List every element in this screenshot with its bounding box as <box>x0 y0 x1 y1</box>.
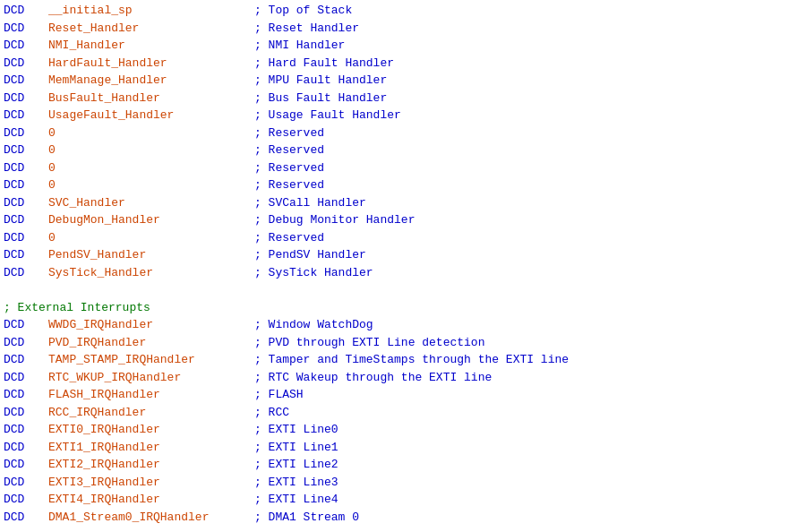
comment: ; EXTI Line1 <box>254 439 339 457</box>
instruction: DCD <box>4 72 48 90</box>
code-view: DCD__initial_sp; Top of StackDCDReset_Ha… <box>0 0 797 532</box>
instruction: DCD <box>4 37 48 55</box>
operand: PendSV_Handler <box>48 246 254 264</box>
dcd-line: DCDNMI_Handler; NMI Handler <box>0 37 797 55</box>
operand: HardFault_Handler <box>48 55 254 73</box>
instruction: DCD <box>4 509 48 527</box>
operand: 0 <box>48 229 254 247</box>
dcd-line: DCDMemManage_Handler; MPU Fault Handler <box>0 72 797 90</box>
instruction: DCD <box>4 456 48 474</box>
instruction: DCD <box>4 386 48 404</box>
dcd-line: DCDEXTI1_IRQHandler; EXTI Line1 <box>0 439 797 457</box>
dcd-line: DCDWWDG_IRQHandler; Window WatchDog <box>0 316 797 334</box>
dcd-line: DCDRCC_IRQHandler; RCC <box>0 404 797 422</box>
instruction: DCD <box>4 334 48 352</box>
dcd-line: DCDHardFault_Handler; Hard Fault Handler <box>0 55 797 73</box>
comment: ; DMA1 Stream 0 <box>254 509 359 527</box>
instruction: DCD <box>4 421 48 439</box>
dcd-line: DCD0; Reserved <box>0 229 797 247</box>
instruction: DCD <box>4 55 48 73</box>
comment: ; SysTick Handler <box>254 264 373 282</box>
instruction: DCD <box>4 2 48 20</box>
dcd-line: DCDFLASH_IRQHandler; FLASH <box>0 386 797 404</box>
dcd-line: DCD0; Reserved <box>0 124 797 142</box>
comment: ; Hard Fault Handler <box>254 55 394 73</box>
operand: SVC_Handler <box>48 194 254 212</box>
dcd-line: DCDTAMP_STAMP_IRQHandler; Tamper and Tim… <box>0 351 797 369</box>
operand: 0 <box>48 176 254 194</box>
operand: Reset_Handler <box>48 20 254 38</box>
comment: ; SVCall Handler <box>254 194 366 212</box>
instruction: DCD <box>4 142 48 159</box>
comment: ; FLASH <box>254 386 304 404</box>
comment: ; PendSV Handler <box>254 246 366 264</box>
operand: SysTick_Handler <box>48 264 254 282</box>
operand: RCC_IRQHandler <box>48 404 254 422</box>
instruction: DCD <box>4 20 48 38</box>
operand: NMI_Handler <box>48 37 254 55</box>
comment: ; Reserved <box>254 176 324 194</box>
dcd-line: DCDBusFault_Handler; Bus Fault Handler <box>0 90 797 107</box>
operand: 0 <box>48 159 254 177</box>
comment: ; EXTI Line3 <box>254 474 339 492</box>
operand: EXTI4_IRQHandler <box>48 491 254 509</box>
comment: ; Window WatchDog <box>254 316 373 334</box>
dcd-line: DCDEXTI0_IRQHandler; EXTI Line0 <box>0 421 797 439</box>
instruction: DCD <box>4 246 48 264</box>
operand: RTC_WKUP_IRQHandler <box>48 369 254 387</box>
instruction: DCD <box>4 124 48 142</box>
dcd-line: DCDEXTI3_IRQHandler; EXTI Line3 <box>0 474 797 492</box>
dcd-line: DCDRTC_WKUP_IRQHandler; RTC Wakeup throu… <box>0 369 797 387</box>
operand: FLASH_IRQHandler <box>48 386 254 404</box>
dcd-line: DCDPendSV_Handler; PendSV Handler <box>0 246 797 264</box>
comment: ; Reserved <box>254 229 324 247</box>
instruction: DCD <box>4 474 48 492</box>
instruction: DCD <box>4 211 48 229</box>
instruction: DCD <box>4 107 48 124</box>
dcd-line: DCDUsageFault_Handler; Usage Fault Handl… <box>0 107 797 124</box>
instruction: DCD <box>4 491 48 509</box>
operand: MemManage_Handler <box>48 72 254 90</box>
comment-line: ; External Interrupts <box>0 299 797 317</box>
operand: 0 <box>48 142 254 159</box>
comment: ; Reset Handler <box>254 20 359 38</box>
instruction: DCD <box>4 351 48 369</box>
instruction: DCD <box>4 229 48 247</box>
dcd-line: DCDDMA1_Stream0_IRQHandler; DMA1 Stream … <box>0 509 797 527</box>
comment: ; PVD through EXTI Line detection <box>254 334 484 352</box>
dcd-line: DCD0; Reserved <box>0 159 797 177</box>
operand: EXTI3_IRQHandler <box>48 474 254 492</box>
blank-line <box>0 281 797 299</box>
operand: __initial_sp <box>48 2 254 20</box>
operand: DebugMon_Handler <box>48 211 254 229</box>
dcd-line: DCD__initial_sp; Top of Stack <box>0 2 797 20</box>
instruction: DCD <box>4 159 48 177</box>
comment: ; Reserved <box>254 159 324 177</box>
dcd-line: DCDEXTI4_IRQHandler; EXTI Line4 <box>0 491 797 509</box>
operand: UsageFault_Handler <box>48 107 254 124</box>
comment: ; Debug Monitor Handler <box>254 211 415 229</box>
instruction: DCD <box>4 176 48 194</box>
instruction: DCD <box>4 264 48 282</box>
instruction: DCD <box>4 194 48 212</box>
dcd-line: DCD0; Reserved <box>0 142 797 159</box>
dcd-line: DCD0; Reserved <box>0 176 797 194</box>
operand: EXTI0_IRQHandler <box>48 421 254 439</box>
dcd-line: DCDPVD_IRQHandler; PVD through EXTI Line… <box>0 334 797 352</box>
operand: TAMP_STAMP_IRQHandler <box>48 351 254 369</box>
comment: ; Reserved <box>254 124 324 142</box>
operand: PVD_IRQHandler <box>48 334 254 352</box>
instruction: DCD <box>4 439 48 457</box>
operand: EXTI1_IRQHandler <box>48 439 254 457</box>
comment: ; RCC <box>254 404 289 422</box>
instruction: DCD <box>4 316 48 334</box>
comment: ; EXTI Line4 <box>254 491 339 509</box>
comment: ; MPU Fault Handler <box>254 72 387 90</box>
comment: ; EXTI Line0 <box>254 421 339 439</box>
operand: 0 <box>48 124 254 142</box>
instruction: DCD <box>4 90 48 107</box>
instruction: DCD <box>4 369 48 387</box>
comment: ; Top of Stack <box>254 2 352 20</box>
comment: ; Tamper and TimeStamps through the EXTI… <box>254 351 569 369</box>
operand: EXTI2_IRQHandler <box>48 456 254 474</box>
